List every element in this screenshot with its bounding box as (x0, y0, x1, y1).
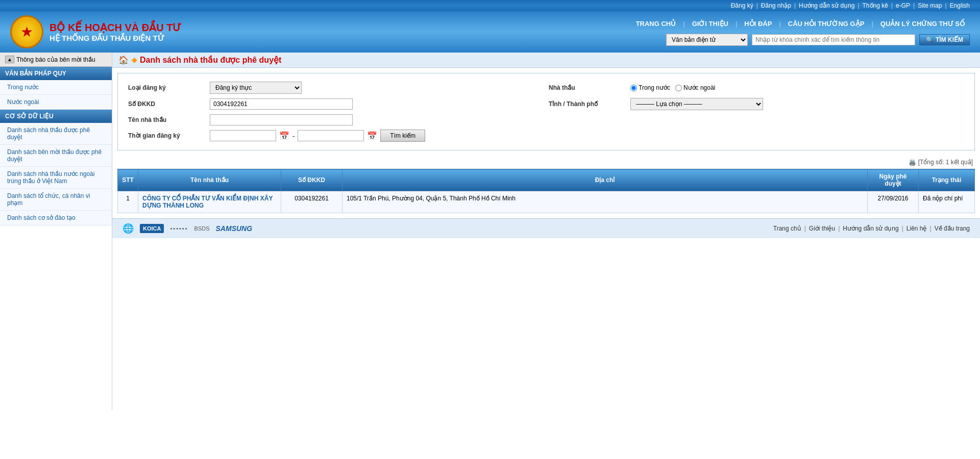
so-dkkd-field (210, 98, 544, 110)
footer-huong-dan[interactable]: Hướng dẫn sử dụng (843, 225, 898, 232)
footer-trang-chu[interactable]: Trang chủ (773, 225, 801, 232)
sidebar: ▲ Thông báo của bên mời thầu VĂN BẢN PHÁ… (0, 53, 112, 410)
site-title: BỘ KẾ HOẠCH VÀ ĐẦU TƯ HỆ THỐNG ĐẤU THẦU … (50, 21, 181, 43)
form-grid: Loại đăng ký Đăng ký thực Nhà thầu Trong… (128, 82, 964, 142)
sidebar-item-nha-thau-phe-duyet[interactable]: Danh sách nhà thầu được phê duyệt (0, 123, 112, 145)
ten-nha-thau-field (210, 114, 964, 125)
emblem-logo: ★ (10, 15, 43, 48)
nav-english[interactable]: English (950, 2, 970, 9)
search-button[interactable]: 🔍 TÌM KIẾM (919, 34, 970, 45)
footer-lien-he[interactable]: Liên hệ (906, 225, 927, 232)
koica-globe-icon: 🌐 (122, 223, 134, 234)
date-from-input[interactable] (210, 130, 276, 141)
nav-dang-nhap[interactable]: Đăng nhập (761, 2, 791, 9)
col-stt: STT (118, 169, 138, 191)
notice-collapse-button[interactable]: ▲ (5, 56, 14, 63)
tim-kiem-button[interactable]: Tìm kiếm (380, 130, 425, 142)
nav-dang-ky[interactable]: Đăng ký (731, 2, 753, 9)
koica-logo: KOICA (140, 224, 164, 233)
col-dkkd: Số ĐKKD (281, 169, 342, 191)
search-button-label: TÌM KIẾM (936, 36, 963, 43)
nav-huong-dan[interactable]: Hướng dẫn sử dụng (799, 2, 854, 9)
nav-thong-ke[interactable]: Thống kê (863, 2, 888, 9)
col-trang-thai: Trạng thái (919, 169, 975, 191)
site-header: ★ BỘ KẾ HOẠCH VÀ ĐẦU TƯ HỆ THỐNG ĐẤU THẦ… (0, 11, 980, 53)
star-icon: ★ (20, 25, 33, 39)
search-category-select[interactable]: Văn bản điện tử (666, 34, 748, 46)
table-header-row: STT Tên nhà thầu Số ĐKKD Địa chỉ Ngày ph… (118, 169, 975, 191)
breadcrumb: 🏠 ◆ Danh sách nhà thầu được phê duyệt (112, 53, 980, 68)
home-icon: 🏠 (118, 55, 129, 65)
cell-trang-thai: Đã nộp chí phí (919, 191, 975, 213)
date-range-field: 📅 - 📅 Tìm kiếm (210, 130, 964, 142)
nha-thau-label: Nhà thầu (549, 84, 625, 91)
radio-trong-nuoc[interactable] (630, 85, 637, 91)
footer-logos: 🌐 KOICA •••••• BSDS SAMSUNG (122, 223, 252, 234)
results-total: [Tổng số: 1 kết quả] (918, 159, 973, 166)
col-ngay: Ngày phê duyệt (868, 169, 919, 191)
header-search: Văn bản điện tử 🔍 TÌM KIẾM (666, 34, 970, 46)
date-to-input[interactable] (298, 130, 364, 141)
tinh-tp-select[interactable]: ——— Lựa chọn ——— (630, 98, 763, 110)
notice-label: Thông báo của bên mời thầu (16, 56, 95, 63)
footer-nav: Trang chủ | Giới thiệu | Hướng dẫn sử dụ… (773, 225, 970, 232)
sidebar-item-trong-nuoc[interactable]: Trong nước (0, 80, 112, 95)
radio-nuoc-ngoai[interactable] (675, 85, 682, 91)
sidebar-item-ben-moi-thau[interactable]: Danh sách bên mời thầu được phê duyệt (0, 145, 112, 167)
nav-sitemap[interactable]: Site map (918, 2, 942, 9)
org-name: BỘ KẾ HOẠCH VÀ ĐẦU TƯ (50, 21, 181, 34)
radio-nuoc-ngoai-label: Nước ngoài (683, 84, 715, 91)
nha-thau-radio-group: Trong nước Nước ngoài (630, 84, 964, 91)
search-icon: 🔍 (926, 36, 934, 43)
search-form: Loại đăng ký Đăng ký thực Nhà thầu Trong… (117, 73, 975, 150)
nav-egp[interactable]: e-GP (896, 2, 910, 9)
cell-ten: CÔNG TY CỔ PHẦN TƯ VẤN KIỂM ĐỊNH XÂY DỰN… (138, 191, 281, 213)
thoi-gian-label: Thời gian đăng ký (128, 132, 205, 139)
content-wrapper: ▲ Thông báo của bên mời thầu VĂN BẢN PHÁ… (0, 53, 980, 410)
results-info: 🖨️ [Tổng số: 1 kết quả] (117, 156, 975, 169)
sidebar-item-co-so-dao-tao[interactable]: Danh sách cơ sở đào tạo (0, 211, 112, 225)
top-nav-bar: Đăng ký | Đăng nhập | Hướng dẫn sử dụng … (0, 0, 980, 11)
cell-dia-chi: 105/1 Trần Phú, Phường 04, Quận 5, Thành… (342, 191, 868, 213)
breadcrumb-arrow: ◆ (132, 56, 137, 64)
loai-dang-ky-select[interactable]: Đăng ký thực (210, 82, 302, 94)
page-footer: 🌐 KOICA •••••• BSDS SAMSUNG Trang chủ | … (112, 218, 980, 238)
so-dkkd-label: Số ĐKKD (128, 100, 205, 108)
footer-ve-dau-trang[interactable]: Về đầu trang (935, 225, 970, 232)
company-link[interactable]: CÔNG TY CỔ PHẦN TƯ VẤN KIỂM ĐỊNH XÂY DỰN… (142, 195, 273, 209)
sidebar-header-co-so: CƠ SỞ DỮ LIỆU (0, 110, 112, 123)
logo-area: ★ BỘ KẾ HOẠCH VÀ ĐẦU TƯ HỆ THỐNG ĐẤU THẦ… (10, 15, 181, 48)
menu-quan-ly[interactable]: QUẢN LÝ CHỨNG THƯ SỐ (875, 18, 970, 30)
print-icon[interactable]: 🖨️ (909, 159, 916, 166)
ten-nha-thau-input[interactable] (210, 114, 353, 125)
ten-nha-thau-label: Tên nhà thầu (128, 116, 205, 123)
sidebar-header-van-ban: VĂN BẢN PHÁP QUY (0, 67, 112, 80)
tinh-tp-field: ——— Lựa chọn ——— (630, 98, 964, 110)
cell-dkkd: 0304192261 (281, 191, 342, 213)
so-dkkd-input[interactable] (210, 98, 353, 110)
sidebar-item-nuoc-ngoai[interactable]: Nước ngoài (0, 95, 112, 110)
table-row: 1 CÔNG TY CỔ PHẦN TƯ VẤN KIỂM ĐỊNH XÂY D… (118, 191, 975, 213)
menu-cau-hoi[interactable]: CÂU HỎI THƯỜNG GẶP (783, 18, 870, 30)
system-name: HỆ THỐNG ĐẤU THẦU ĐIỆN TỬ (50, 34, 181, 43)
col-dia-chi: Địa chỉ (342, 169, 868, 191)
samsung-logo: SAMSUNG (216, 224, 253, 233)
cell-ngay: 27/09/2016 (868, 191, 919, 213)
tinh-tp-label: Tỉnh / Thành phố (549, 100, 625, 108)
menu-trang-chu[interactable]: TRANG CHỦ (631, 18, 681, 30)
koica-dots: •••••• (170, 225, 188, 232)
footer-gioi-thieu[interactable]: Giới thiệu (809, 225, 835, 232)
results-section: 🖨️ [Tổng số: 1 kết quả] STT Tên nhà thầu… (112, 156, 980, 218)
sidebar-notice: ▲ Thông báo của bên mời thầu (0, 53, 112, 67)
search-input[interactable] (752, 34, 915, 45)
radio-trong-nuoc-label: Trong nước (639, 84, 670, 91)
sidebar-item-nuoc-ngoai-trung-thau[interactable]: Danh sách nhà thầu nước ngoài trúng thầu… (0, 167, 112, 189)
cell-stt: 1 (118, 191, 138, 213)
loai-dang-ky-field: Đăng ký thực (210, 82, 544, 94)
bsds-logo: BSDS (194, 225, 210, 232)
page-title: Danh sách nhà thầu được phê duyệt (140, 55, 281, 65)
menu-gioi-thieu[interactable]: GIỚI THIỆU (687, 18, 733, 30)
main-menu: TRANG CHỦ | GIỚI THIỆU | HỎI ĐÁP | CÂU H… (631, 18, 970, 30)
menu-hoi-dap[interactable]: HỎI ĐÁP (739, 18, 777, 30)
sidebar-item-to-chuc-vi-pham[interactable]: Danh sách tổ chức, cá nhân vi phạm (0, 189, 112, 211)
